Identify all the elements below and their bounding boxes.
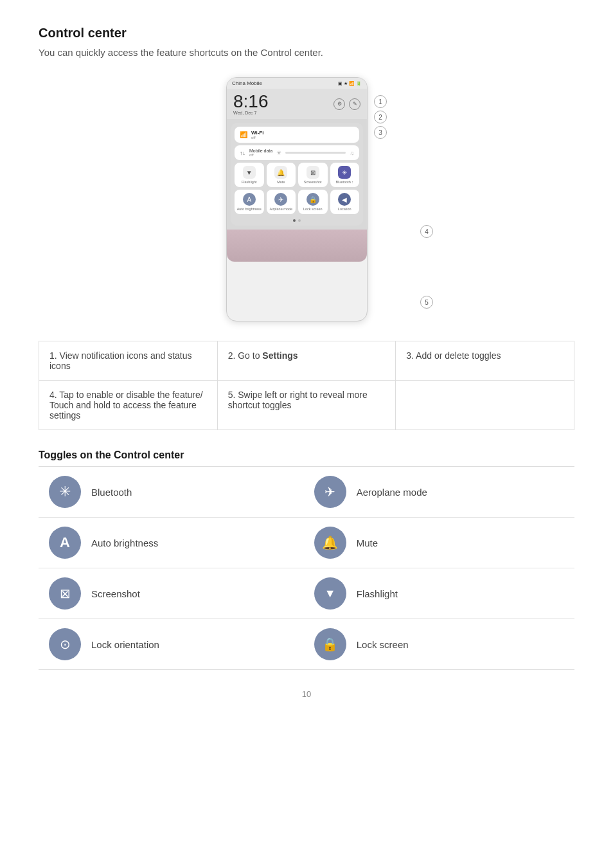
lockorientation-item: ⊙ Lock orientation <box>49 628 294 660</box>
auto-brightness-icon: A <box>243 193 256 206</box>
phone-control-panel-area: 📶 Wi-Fi off ↑↓ Mobile data off ☀ <box>227 119 367 230</box>
page-title: Control center <box>39 26 574 41</box>
bluetooth-toggle-label: Bluetooth <box>91 487 132 498</box>
phone-time-right: ⚙ ✎ <box>333 98 360 110</box>
carrier-label: China Mobile <box>232 80 262 86</box>
wifi-label: Wi-Fi <box>251 130 263 136</box>
callout-1: 1 <box>374 95 387 108</box>
settings-shortcut-icon: ⚙ <box>333 98 345 110</box>
info-cell-1-1: 1. View notification icons and status ic… <box>39 341 218 381</box>
lockscreen-toggle-label: Lock screen <box>357 639 409 650</box>
location-label: Location <box>338 207 351 211</box>
airplane-icon: ✈ <box>274 193 287 206</box>
toggle-cell-bluetooth: ✳ Bluetooth <box>39 467 304 518</box>
flashlight-item: ▼ Flashlight <box>314 577 564 610</box>
control-panel: 📶 Wi-Fi off ↑↓ Mobile data off ☀ <box>231 123 363 226</box>
edit-shortcut-icon: ✎ <box>349 98 360 110</box>
toggle-cell-flashlight: ▼ Flashlight <box>304 568 574 619</box>
toggles-table: ✳ Bluetooth ✈ Aeroplane mode A Auto brig… <box>39 467 574 670</box>
airplane-btn[interactable]: ✈ Airplane mode <box>267 190 296 214</box>
info-row-1: 1. View notification icons and status ic… <box>39 341 574 381</box>
brightness-slider <box>285 152 346 154</box>
mobile-text: Mobile data off <box>249 149 272 157</box>
music-icon: ♫ <box>350 150 354 156</box>
screenshot-toggle-icon: ⊠ <box>49 577 81 610</box>
settings-bold: Settings <box>262 350 298 361</box>
toggle-cell-autobrightness: A Auto brightness <box>39 518 304 568</box>
location-icon: ◀ <box>338 193 351 206</box>
info-table: 1. View notification icons and status ic… <box>39 341 574 430</box>
autobrightness-toggle-icon: A <box>49 527 81 559</box>
toggle-row-bluetooth: ✳ Bluetooth ✈ Aeroplane mode <box>39 467 574 518</box>
phone-time-area: 8:16 Wed, Dec 7 ⚙ ✎ <box>227 89 367 119</box>
toggle-cell-lockorientation: ⊙ Lock orientation <box>39 619 304 670</box>
mobile-sub: off <box>249 153 272 157</box>
flashlight-toggle-icon: ▼ <box>314 577 346 610</box>
screenshot-toggle-label: Screenshot <box>91 588 140 599</box>
mute-icon: 🔔 <box>274 166 287 179</box>
toggle-row-1: ▼ Flashlight 🔔 Mute ⊠ Screenshot ✳ <box>235 163 359 187</box>
bluetooth-toggle-icon: ✳ <box>49 476 81 508</box>
flashlight-toggle-label: Flashlight <box>357 588 398 599</box>
battery-icon: ▣ ★ 📶 🔋 <box>338 81 362 86</box>
callout-4: 4 <box>420 225 433 238</box>
autobrightness-toggle-label: Auto brightness <box>91 538 158 548</box>
toggle-cell-screenshot: ⊠ Screenshot <box>39 568 304 619</box>
toggle-cell-mute: 🔔 Mute <box>304 518 574 568</box>
flashlight-label: Flashlight <box>242 180 257 184</box>
toggle-row-screenshot: ⊠ Screenshot ▼ Flashlight <box>39 568 574 619</box>
bluetooth-icon: ✳ <box>338 166 351 179</box>
dot-1 <box>293 219 296 222</box>
lockscreen-toggle-icon: 🔒 <box>314 628 346 660</box>
airplane-toggle-label: Aeroplane mode <box>357 487 427 498</box>
toggle-row-lockorientation: ⊙ Lock orientation 🔒 Lock screen <box>39 619 574 670</box>
dot-2 <box>298 219 301 222</box>
toggles-title: Toggles on the Control center <box>39 449 574 467</box>
phone-status-bar: China Mobile ▣ ★ 📶 🔋 <box>227 78 367 89</box>
callout-1-2-3: 1 2 3 <box>374 77 387 139</box>
callout-5: 5 <box>420 296 433 309</box>
phone-area: China Mobile ▣ ★ 📶 🔋 8:16 Wed, Dec 7 ⚙ ✎ <box>39 77 574 321</box>
phone-bottom <box>227 230 367 262</box>
screenshot-label: Screenshot <box>304 180 322 184</box>
brightness-icon: ☀ <box>276 150 281 156</box>
phone-mockup: China Mobile ▣ ★ 📶 🔋 8:16 Wed, Dec 7 ⚙ ✎ <box>226 77 368 321</box>
page-subtitle: You can quickly access the feature short… <box>39 47 574 58</box>
mute-toggle-label: Mute <box>357 538 378 548</box>
info-goto-pre: 2. Go to <box>228 350 263 361</box>
lock-screen-btn[interactable]: 🔒 Lock screen <box>298 190 328 214</box>
info-row-2: 4. Tap to enable or disable the feature/… <box>39 381 574 430</box>
wifi-sub: off <box>251 136 263 140</box>
airplane-toggle-icon: ✈ <box>314 476 346 508</box>
lockorientation-toggle-icon: ⊙ <box>49 628 81 660</box>
lockscreen-item: 🔒 Lock screen <box>314 628 564 660</box>
toggle-row-autobrightness: A Auto brightness 🔔 Mute <box>39 518 574 568</box>
flashlight-icon: ▼ <box>243 166 256 179</box>
action-row: A Auto brightness ✈ Airplane mode 🔒 Lock… <box>235 190 359 214</box>
flashlight-toggle[interactable]: ▼ Flashlight <box>235 163 264 187</box>
phone-date: Wed, Dec 7 <box>233 111 269 115</box>
screenshot-item: ⊠ Screenshot <box>49 577 294 610</box>
lock-screen-label: Lock screen <box>303 207 323 211</box>
lockorientation-toggle-label: Lock orientation <box>91 639 159 650</box>
autobrightness-item: A Auto brightness <box>49 527 294 559</box>
info-cell-2-3 <box>396 381 574 430</box>
callout-3: 3 <box>374 126 387 139</box>
auto-brightness-label: Auto brightness <box>237 207 262 211</box>
info-cell-1-3: 3. Add or delete toggles <box>396 341 574 381</box>
mute-toggle-icon: 🔔 <box>314 527 346 559</box>
mobile-label: Mobile data <box>249 149 272 153</box>
bluetooth-toggle[interactable]: ✳ Bluetooth ↑ <box>330 163 360 187</box>
signal-icon: ↑↓ <box>240 150 245 156</box>
info-cell-2-1: 4. Tap to enable or disable the feature/… <box>39 381 218 430</box>
mute-toggle[interactable]: 🔔 Mute <box>267 163 296 187</box>
status-icons: ▣ ★ 📶 🔋 <box>338 81 362 86</box>
bluetooth-label: Bluetooth ↑ <box>335 180 353 184</box>
airplane-label: Airplane mode <box>270 207 292 211</box>
lock-screen-icon: 🔒 <box>306 193 319 206</box>
phone-time: 8:16 <box>233 93 269 111</box>
screenshot-toggle[interactable]: ⊠ Screenshot <box>298 163 328 187</box>
auto-brightness-btn[interactable]: A Auto brightness <box>235 190 264 214</box>
info-cell-2-2: 5. Swipe left or right to reveal more sh… <box>217 381 396 430</box>
location-btn[interactable]: ◀ Location <box>330 190 360 214</box>
